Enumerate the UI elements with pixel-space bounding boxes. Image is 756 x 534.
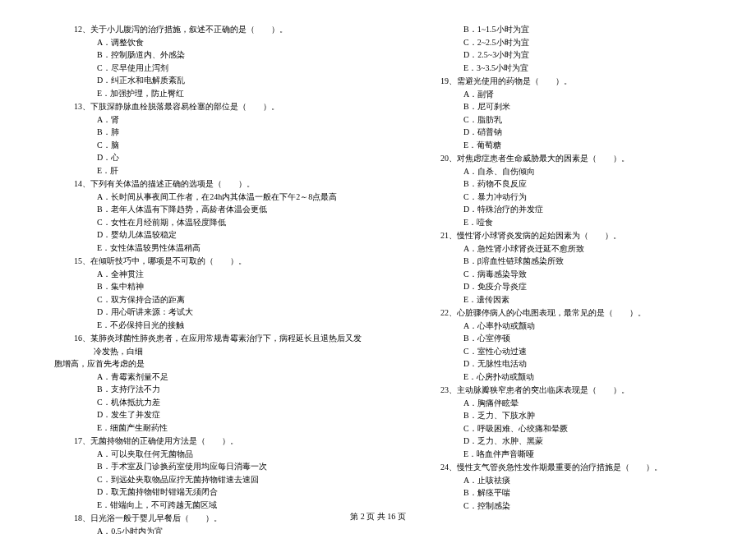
q16-opt-b: B．支持疗法不力 [97, 383, 362, 396]
q20-stem: 20、对焦虑症患者生命威胁最大的因素是（ ）。 [440, 152, 728, 165]
q15-opt-a: A．全神贯注 [97, 268, 362, 281]
q24-opt-a: A．止咳祛痰 [463, 474, 728, 487]
q15-opt-d: D．用心听讲来源：考试大 [97, 306, 362, 319]
right-column: B．1~1.5小时为宜 C．2~2.5小时为宜 D．2.5~3小时为宜 E．3~… [391, 23, 728, 534]
q15-opt-c: C．双方保持合适的距离 [97, 293, 362, 306]
q21-opt-b: B．β溶血性链球菌感染所致 [463, 255, 728, 268]
q22-opt-e: E．心房扑动或颤动 [463, 371, 728, 384]
q18-opt-e: E．3~3.5小时为宜 [463, 62, 728, 75]
q16-opt-a: A．青霉素剂量不足 [97, 371, 362, 384]
q13-opt-b: B．肺 [97, 126, 362, 139]
q16-opt-d: D．发生了并发症 [97, 408, 362, 421]
q12-opt-b: B．控制肠道内、外感染 [97, 48, 362, 62]
q12-opt-d: D．纠正水和电解质紊乱 [97, 74, 362, 87]
q20-opt-e: E．噎食 [463, 216, 728, 229]
q12-opt-c: C．尽早使用止泻剂 [97, 62, 362, 75]
q12-stem: 12、关于小儿腹泻的治疗措施，叙述不正确的是（ ）。 [74, 23, 362, 36]
q14-stem: 14、下列有关体温的描述正确的选项是（ ）。 [74, 177, 362, 191]
q22-opt-a: A．心率扑动或颤动 [463, 320, 728, 333]
q17-opt-c: C．到远处夹取物品应拧无菌持物钳速去速回 [97, 473, 362, 486]
q19-opt-a: A．副肾 [463, 88, 728, 101]
q19-opt-d: D．硝普钠 [463, 126, 728, 139]
q19-opt-c: C．脂肪乳 [463, 113, 728, 127]
left-column: 12、关于小儿腹泻的治疗措施，叙述不正确的是（ ）。 A．调整饮食 B．控制肠道… [25, 23, 362, 534]
q13-stem: 13、下肢深静脉血栓脱落最容易栓塞的部位是（ ）。 [74, 100, 362, 113]
q13-opt-e: E．肝 [97, 164, 362, 177]
q21-opt-d: D．免疫介导炎症 [463, 280, 728, 293]
q17-opt-d: D．取无菌持物钳时钳端无须闭合 [97, 486, 362, 499]
q17-opt-b: B．手术室及门诊换药室使用均应每日消毒一次 [97, 460, 362, 473]
q13-opt-c: C．脑 [97, 139, 362, 152]
q17-stem: 17、无菌持物钳的正确使用方法是（ ）。 [74, 435, 362, 448]
q18-opt-b: B．1~1.5小时为宜 [463, 23, 728, 36]
q19-opt-b: B．尼可刹米 [463, 100, 728, 113]
q21-stem: 21、慢性肾小球肾炎发病的起始因素为（ ）。 [440, 229, 728, 242]
q23-opt-e: E．咯血伴声音嘶哑 [463, 448, 728, 461]
q16-opt-e: E．细菌产生耐药性 [97, 421, 362, 435]
q19-stem: 19、需避光使用的药物是（ ）。 [440, 75, 728, 88]
q14-opt-d: D．婴幼儿体温较稳定 [97, 228, 362, 242]
q14-opt-b: B．老年人体温有下降趋势，高龄者体温会更低 [97, 203, 362, 216]
q14-opt-c: C．女性在月经前期，体温轻度降低 [97, 216, 362, 229]
q18-opt-d: D．2.5~3小时为宜 [463, 48, 728, 62]
q15-stem: 15、在倾听技巧中，哪项是不可取的（ ）。 [74, 255, 362, 268]
q20-opt-b: B．药物不良反应 [463, 177, 728, 191]
q20-opt-c: C．暴力冲动行为 [463, 191, 728, 204]
page-footer: 第 2 页 共 16 页 [0, 510, 756, 523]
q20-opt-d: D．特殊治疗的并发症 [463, 203, 728, 216]
q24-opt-b: B．解痉平喘 [463, 486, 728, 499]
q16-stem: 16、某肺炎球菌性肺炎患者，在应用常规青霉素治疗下，病程延长且退热后又发冷发热，… [74, 332, 362, 357]
q13-opt-a: A．肾 [97, 113, 362, 127]
q15-opt-b: B．集中精神 [97, 280, 362, 293]
q19-opt-e: E．葡萄糖 [463, 139, 728, 152]
q22-opt-d: D．无脉性电活动 [463, 357, 728, 371]
q23-opt-d: D．乏力、水肿、黑蒙 [463, 435, 728, 448]
q23-opt-c: C．呼吸困难、心绞痛和晕厥 [463, 422, 728, 435]
exam-page: 12、关于小儿腹泻的治疗措施，叙述不正确的是（ ）。 A．调整饮食 B．控制肠道… [0, 0, 756, 534]
q22-opt-b: B．心室停顿 [463, 332, 728, 345]
q23-opt-a: A．胸痛伴眩晕 [463, 397, 728, 410]
q14-opt-e: E．女性体温较男性体温稍高 [97, 242, 362, 255]
q21-opt-a: A．急性肾小球肾炎迁延不愈所致 [463, 242, 728, 255]
q23-stem: 23、主动脉瓣狭窄患者的突出临床表现是（ ）。 [440, 384, 728, 397]
q13-opt-d: D．心 [97, 151, 362, 164]
q17-opt-a: A．可以夹取任何无菌物品 [97, 448, 362, 461]
q16-cont: 胞增高，应首先考虑的是 [54, 357, 362, 371]
q22-stem: 22、心脏骤停病人的心电图表现，最常见的是（ ）。 [440, 306, 728, 320]
q14-opt-a: A．长时间从事夜间工作者，在24h内其体温一般在下午2～8点最高 [97, 191, 362, 204]
q16-opt-c: C．机体抵抗力差 [97, 396, 362, 409]
q21-opt-e: E．遗传因素 [463, 293, 728, 306]
q20-opt-a: A．自杀、自伤倾向 [463, 165, 728, 178]
q23-opt-b: B．乏力、下肢水肿 [463, 409, 728, 422]
q12-opt-a: A．调整饮食 [97, 36, 362, 49]
q22-opt-c: C．室性心动过速 [463, 345, 728, 358]
q24-stem: 24、慢性支气管炎急性发作期最重要的治疗措施是（ ）。 [440, 461, 728, 474]
q18-opt-a: A．0.5小时内为宜 [97, 525, 362, 535]
q18-opt-c: C．2~2.5小时为宜 [463, 36, 728, 49]
q12-opt-e: E．加强护理，防止臀红 [97, 87, 362, 100]
q15-opt-e: E．不必保持目光的接触 [97, 319, 362, 332]
q21-opt-c: C．病毒感染导致 [463, 268, 728, 281]
